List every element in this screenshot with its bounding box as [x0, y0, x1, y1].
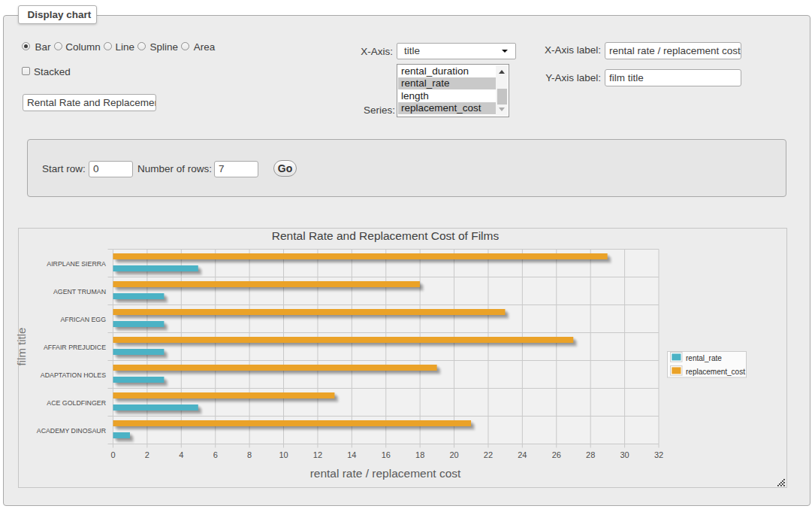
- svg-text:AIRPLANE SIERRA: AIRPLANE SIERRA: [47, 260, 106, 268]
- svg-text:8: 8: [247, 450, 252, 459]
- svg-text:32: 32: [654, 450, 663, 459]
- svg-text:rental_rate: rental_rate: [686, 354, 722, 362]
- svg-text:16: 16: [382, 450, 391, 459]
- svg-text:12: 12: [313, 450, 322, 459]
- svg-text:28: 28: [586, 450, 595, 459]
- svg-text:26: 26: [552, 450, 561, 459]
- svg-text:20: 20: [449, 450, 458, 459]
- svg-text:0: 0: [110, 450, 115, 459]
- svg-text:30: 30: [620, 450, 629, 459]
- svg-text:AFFAIR PREJUDICE: AFFAIR PREJUDICE: [44, 344, 106, 351]
- svg-text:24: 24: [518, 450, 527, 459]
- svg-text:18: 18: [415, 450, 424, 459]
- svg-text:ACADEMY DINOSAUR: ACADEMY DINOSAUR: [37, 427, 106, 435]
- svg-text:AFRICAN EGG: AFRICAN EGG: [60, 316, 106, 323]
- svg-text:10: 10: [279, 450, 288, 459]
- svg-text:4: 4: [179, 450, 183, 459]
- svg-text:ADAPTATION HOLES: ADAPTATION HOLES: [41, 371, 106, 379]
- svg-text:ACE GOLDFINGER: ACE GOLDFINGER: [47, 399, 106, 407]
- svg-text:2: 2: [145, 450, 149, 459]
- svg-text:22: 22: [484, 450, 493, 459]
- svg-text:film title: film title: [15, 328, 28, 366]
- svg-text:6: 6: [213, 450, 218, 459]
- svg-text:14: 14: [347, 450, 356, 459]
- svg-text:AGENT TRUMAN: AGENT TRUMAN: [53, 288, 106, 295]
- svg-text:replacement_cost: replacement_cost: [686, 368, 745, 376]
- svg-text:Rental Rate and Replacement Co: Rental Rate and Replacement Cost of Film…: [272, 229, 500, 242]
- svg-text:rental rate / replacement cost: rental rate / replacement cost: [310, 467, 461, 480]
